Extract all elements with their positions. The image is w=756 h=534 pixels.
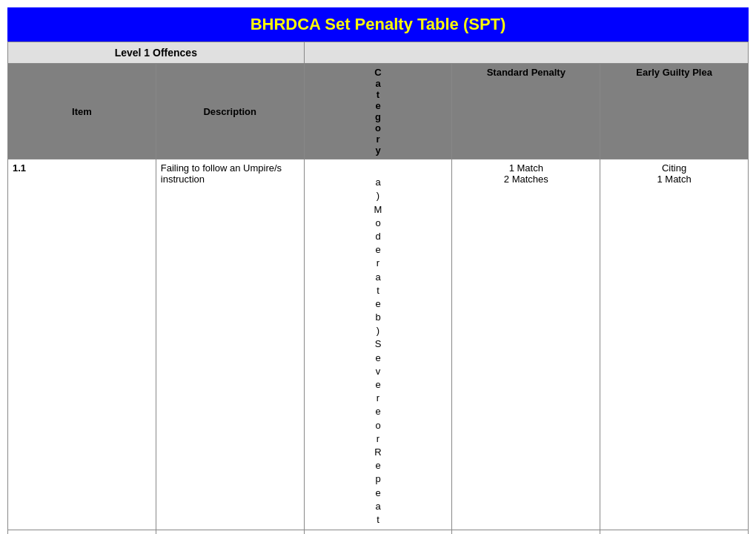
col-header-category: Category [304, 64, 452, 159]
penalty-table: Level 1 Offences Item Description Catego… [7, 42, 749, 534]
title-bar: BHRDCA Set Penalty Table (SPT) [7, 7, 749, 42]
table-row: 1.1 Failing to follow an Umpire/s instru… [8, 159, 749, 530]
section-header-row: Level 1 Offences [8, 42, 749, 64]
section-empty [304, 42, 748, 64]
row-item-1-1: 1.1 [8, 159, 156, 530]
egp-line2: 1 Match [657, 174, 691, 185]
std-penalty-line1: 1 Match [509, 162, 543, 174]
col-header-early-guilty-plea: Early Guilty Plea [600, 64, 749, 159]
row-cat-1-1: a)Moderateb)SevereorRepeat [304, 159, 452, 530]
row-cat-1-2: a) [304, 530, 452, 534]
col-header-item: Item [8, 64, 156, 159]
row-desc-1-1: Failing to follow an Umpire/s instructio… [156, 159, 304, 530]
row-std-1-2: 1 Match 2 Matches [452, 530, 600, 534]
row-egp-1-1: Citing 1 Match [600, 159, 749, 530]
row-item-1-2: 1.2 [8, 530, 156, 534]
std-penalty-line2: 2 Matches [504, 174, 548, 185]
page-container: BHRDCA Set Penalty Table (SPT) Level 1 O… [0, 0, 756, 534]
category-header-text: Category [374, 67, 381, 156]
row-std-1-1: 1 Match 2 Matches [452, 159, 600, 530]
column-header-row: Item Description Category Standard Penal… [8, 64, 749, 159]
col-header-description: Description [156, 64, 304, 159]
row-desc-1-2: Excessive appealing in an attempt to inf… [156, 530, 304, 534]
col-header-standard-penalty: Standard Penalty [452, 64, 600, 159]
table-row: 1.2 Excessive appealing in an attempt to… [8, 530, 749, 534]
egp-line1: Citing [662, 162, 686, 174]
page-title: BHRDCA Set Penalty Table (SPT) [251, 15, 506, 33]
section-label: Level 1 Offences [8, 42, 305, 64]
row-egp-1-2: Citing 1 Match [600, 530, 749, 534]
